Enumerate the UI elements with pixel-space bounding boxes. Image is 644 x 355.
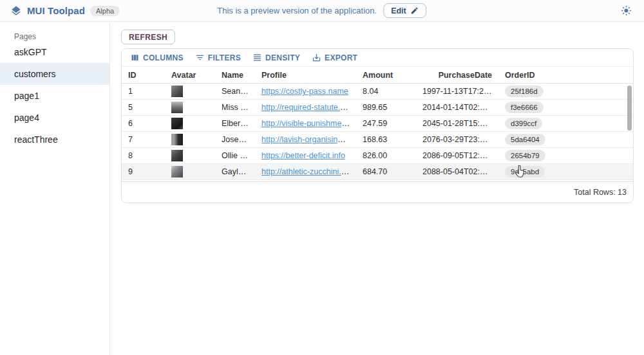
cell-order_id[interactable]: d399ccf [498, 118, 633, 129]
table-row[interactable]: 6Elbert McL...http://visible-punishment.… [122, 116, 633, 132]
profile-link[interactable]: https://costly-pass.name [261, 87, 348, 96]
order-id-chip[interactable]: 5da6404 [505, 134, 545, 145]
sidebar-item-page1[interactable]: page1 [0, 85, 109, 107]
order-id-chip[interactable]: 25f186d [505, 86, 544, 97]
avatar [171, 150, 183, 161]
cell-id[interactable]: 1 [122, 87, 165, 96]
edit-button-label: Edit [391, 6, 406, 15]
cell-avatar[interactable] [165, 118, 215, 129]
amount-value: 247.59 [363, 119, 387, 128]
table-row[interactable]: 1Sean Harrishttps://costly-pass.name8.04… [122, 84, 633, 100]
customer-name: Elbert McL... [222, 119, 255, 128]
cell-purchase_date[interactable]: 2088-05-04T02:31:03.294Z [416, 167, 498, 176]
density-button[interactable]: DENSITY [248, 51, 305, 64]
table-row[interactable]: 9Gayle Den...http://athletic-zucchini.or… [122, 164, 633, 180]
order-id-chip[interactable]: d399ccf [505, 118, 542, 129]
cell-purchase_date[interactable]: 2076-03-29T23:51:07.968Z [416, 135, 498, 144]
cell-id[interactable]: 8 [122, 151, 165, 160]
cell-profile[interactable]: http://required-statute.org [255, 103, 356, 112]
cell-id[interactable]: 7 [122, 135, 165, 144]
column-header-purchasedate[interactable]: PurchaseDate [416, 71, 498, 80]
sidebar-item-askGPT[interactable]: askGPT [0, 41, 109, 63]
cell-id[interactable]: 5 [122, 103, 165, 112]
scrollbar-thumb[interactable] [627, 86, 632, 131]
cell-id[interactable]: 6 [122, 119, 165, 128]
cell-avatar[interactable] [165, 86, 215, 97]
cell-order_id[interactable]: 25f186d [498, 86, 633, 97]
cell-order_id[interactable]: 2654b79 [498, 150, 633, 161]
cell-name[interactable]: Elbert McL... [215, 119, 255, 128]
cell-amount[interactable]: 989.65 [356, 103, 416, 112]
avatar [171, 86, 183, 97]
brand: MUI Toolpad Alpha [10, 5, 120, 17]
cell-order_id[interactable]: 5da6404 [498, 134, 633, 145]
column-header-amount[interactable]: Amount [356, 71, 416, 80]
profile-link[interactable]: http://visible-punishment.net [261, 119, 356, 128]
cell-amount[interactable]: 826.00 [356, 151, 416, 160]
main-content: REFRESH COLUMNSFILTERSDENSITYEXPORT IDAv… [110, 22, 644, 355]
cell-amount[interactable]: 8.04 [356, 87, 416, 96]
table-row[interactable]: 7Josefina P...http://lavish-organising.n… [122, 132, 633, 148]
sidebar-item-label: customers [14, 69, 56, 79]
column-header-avatar[interactable]: Avatar [165, 71, 215, 80]
vertical-scrollbar[interactable] [627, 86, 632, 183]
profile-link[interactable]: http://athletic-zucchini.org [261, 167, 353, 176]
column-header-orderid[interactable]: OrderID [498, 71, 633, 80]
filters-button[interactable]: FILTERS [191, 51, 245, 64]
cell-profile[interactable]: https://costly-pass.name [255, 87, 356, 96]
order-id-chip[interactable]: f3e6666 [505, 102, 544, 113]
column-header-name[interactable]: Name [215, 71, 255, 80]
customer-name: Josefina P... [222, 135, 255, 144]
sidebar-item-label: askGPT [14, 47, 47, 57]
cell-avatar[interactable] [165, 150, 215, 161]
cell-name[interactable]: Gayle Den... [215, 167, 255, 176]
edit-button[interactable]: Edit [383, 3, 427, 18]
cell-avatar[interactable] [165, 102, 215, 113]
sidebar-item-page4[interactable]: page4 [0, 107, 109, 129]
cell-amount[interactable]: 247.59 [356, 119, 416, 128]
theme-toggle-button[interactable] [618, 3, 634, 19]
column-header-id[interactable]: ID [122, 71, 165, 80]
cell-amount[interactable]: 168.63 [356, 135, 416, 144]
cell-id[interactable]: 9 [122, 167, 165, 176]
customer-name: Ollie Green... [222, 151, 255, 160]
refresh-button[interactable]: REFRESH [121, 30, 175, 44]
cell-profile[interactable]: https://better-deficit.info [255, 151, 356, 160]
cell-profile[interactable]: http://athletic-zucchini.org [255, 167, 356, 176]
cell-purchase_date[interactable]: 2086-09-05T12:37:27.015Z [416, 151, 498, 160]
cell-name[interactable]: Josefina P... [215, 135, 255, 144]
cell-name[interactable]: Ollie Green... [215, 151, 255, 160]
cell-order_id[interactable]: f3e6666 [498, 102, 633, 113]
cell-avatar[interactable] [165, 166, 215, 178]
purchase-date-value: 2086-09-05T12:37:27.015Z [422, 151, 498, 160]
toolbar-button-label: EXPORT [325, 53, 357, 62]
cell-purchase_date[interactable]: 2045-01-28T15:40:06.325Z [416, 119, 498, 128]
cell-purchase_date[interactable]: 2014-01-14T02:37:28.536Z [416, 103, 498, 112]
profile-link[interactable]: https://better-deficit.info [261, 151, 345, 160]
column-header-profile[interactable]: Profile [255, 71, 356, 80]
columns-button[interactable]: COLUMNS [126, 51, 188, 64]
cell-amount[interactable]: 684.70 [356, 167, 416, 176]
cell-order_id[interactable]: 9dc5abd [498, 166, 633, 178]
order-id-chip[interactable]: 9dc5abd [505, 166, 545, 178]
profile-link[interactable]: http://required-statute.org [261, 103, 352, 112]
purchase-date-value: 1997-11-13T17:24:11.769Z [422, 87, 498, 96]
columns-icon [130, 53, 140, 62]
sidebar-item-customers[interactable]: customers [0, 63, 109, 85]
preview-banner-text: This is a preview version of the applica… [217, 6, 377, 15]
cell-name[interactable]: Miss Juan ... [215, 103, 255, 112]
cell-profile[interactable]: http://lavish-organising.name [255, 135, 356, 144]
profile-link[interactable]: http://lavish-organising.name [261, 135, 356, 144]
order-id-chip[interactable]: 2654b79 [505, 150, 545, 161]
cell-purchase_date[interactable]: 1997-11-13T17:24:11.769Z [416, 87, 498, 96]
cell-profile[interactable]: http://visible-punishment.net [255, 119, 356, 128]
sidebar-item-reactThree[interactable]: reactThree [0, 129, 109, 150]
cell-avatar[interactable] [165, 134, 215, 145]
export-button[interactable]: EXPORT [307, 51, 362, 64]
amount-value: 8.04 [363, 87, 378, 96]
table-row[interactable]: 8Ollie Green...https://better-deficit.in… [122, 148, 633, 164]
cell-name[interactable]: Sean Harris [215, 87, 255, 96]
table-row[interactable]: 5Miss Juan ...http://required-statute.or… [122, 100, 633, 116]
sidebar-item-label: page1 [14, 91, 39, 101]
customer-name: Sean Harris [222, 87, 255, 96]
